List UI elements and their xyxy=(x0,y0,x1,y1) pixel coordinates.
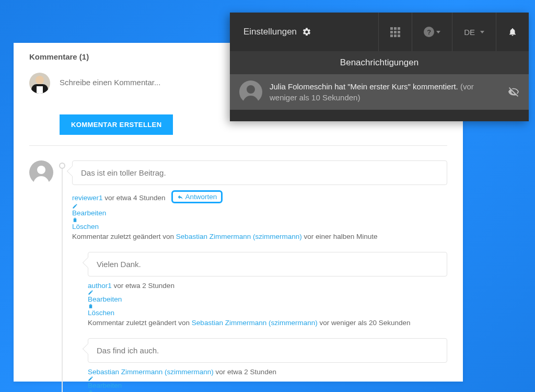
divider xyxy=(29,145,447,146)
notification-text: Julia Folomeschin hat "Mein erster Kurs"… xyxy=(270,81,501,103)
edited-by-link[interactable]: Sebastian Zimmermann (szimmermann) xyxy=(192,319,318,327)
gear-icon xyxy=(302,27,311,37)
notification-item[interactable]: Julia Folomeschin hat "Mein erster Kurs"… xyxy=(230,74,529,110)
reply-edited-info: Kommentar zuletzt geändert von Sebastian… xyxy=(88,319,447,327)
apps-menu[interactable] xyxy=(378,13,412,51)
notifications-heading: Benachrichtigungen xyxy=(230,51,529,74)
chevron-down-icon xyxy=(436,31,440,33)
edited-by-link[interactable]: Sebastian Zimmermann (szimmermann) xyxy=(176,233,302,240)
delete-icon xyxy=(88,303,94,309)
reply-author-link[interactable]: Sebastian Zimmermann (szimmermann) xyxy=(88,368,214,376)
comment-edited-info: Kommentar zuletzt geändert von Sebastian… xyxy=(72,233,447,240)
reply-author-link[interactable]: author1 xyxy=(88,282,112,290)
reply-meta: author1 vor etwa 2 Stunden Bearbeiten Lö… xyxy=(88,282,447,317)
reply-meta: Sebastian Zimmermann (szimmermann) vor e… xyxy=(88,368,447,392)
edit-icon xyxy=(88,290,94,295)
header-row: Einstellungen ? DE xyxy=(230,13,529,51)
reply-item: Vielen Dank. author1 vor etwa 2 Stunden … xyxy=(88,252,447,327)
edit-icon xyxy=(72,203,78,209)
notifications-button[interactable] xyxy=(496,13,529,51)
delete-icon xyxy=(88,389,94,392)
reply-body: Das find ich auch. xyxy=(88,338,447,363)
edit-icon xyxy=(88,376,94,382)
submit-comment-button[interactable]: KOMMENTAR ERSTELLEN xyxy=(60,114,173,135)
comment-thread: Das ist ein toller Beitrag. reviewer1 vo… xyxy=(29,160,447,392)
header-overlay: Einstellungen ? DE Benachrichtigungen Ju… xyxy=(230,13,529,121)
comment-meta: reviewer1 vor etwa 4 Stunden Antworten B… xyxy=(72,190,447,230)
reply-action-highlight: Antworten xyxy=(171,190,223,203)
eye-off-icon[interactable] xyxy=(508,86,519,98)
help-menu[interactable]: ? xyxy=(412,13,452,51)
settings-menu[interactable]: Einstellungen xyxy=(230,13,378,51)
help-icon: ? xyxy=(424,27,434,37)
reply-body: Vielen Dank. xyxy=(88,252,447,276)
reply-time: vor etwa 2 Stunden xyxy=(216,368,276,376)
reply-time: vor etwa 2 Stunden xyxy=(114,282,175,290)
current-user-avatar xyxy=(29,73,50,94)
thread-line xyxy=(62,165,63,392)
reply-button[interactable]: Antworten xyxy=(185,193,217,201)
reply-item: Das find ich auch. Sebastian Zimmermann … xyxy=(88,338,447,392)
comment-body: Das ist ein toller Beitrag. xyxy=(72,160,447,185)
reply-icon xyxy=(177,194,183,200)
edit-button[interactable]: Bearbeiten xyxy=(72,209,106,217)
delete-icon xyxy=(72,217,78,223)
thread-dot xyxy=(59,163,65,169)
edit-button[interactable]: Bearbeiten xyxy=(88,382,122,389)
chevron-down-icon xyxy=(480,31,484,33)
edit-button[interactable]: Bearbeiten xyxy=(88,295,122,303)
notification-avatar xyxy=(239,80,262,103)
delete-button[interactable]: Löschen xyxy=(72,223,99,230)
commenter-avatar xyxy=(29,160,53,185)
apps-icon xyxy=(390,27,400,37)
comment-author-link[interactable]: reviewer1 xyxy=(72,194,103,202)
language-menu[interactable]: DE xyxy=(452,13,496,51)
delete-button[interactable]: Löschen xyxy=(88,309,114,317)
bell-icon xyxy=(508,27,517,37)
comment-time: vor etwa 4 Stunden xyxy=(104,194,165,202)
